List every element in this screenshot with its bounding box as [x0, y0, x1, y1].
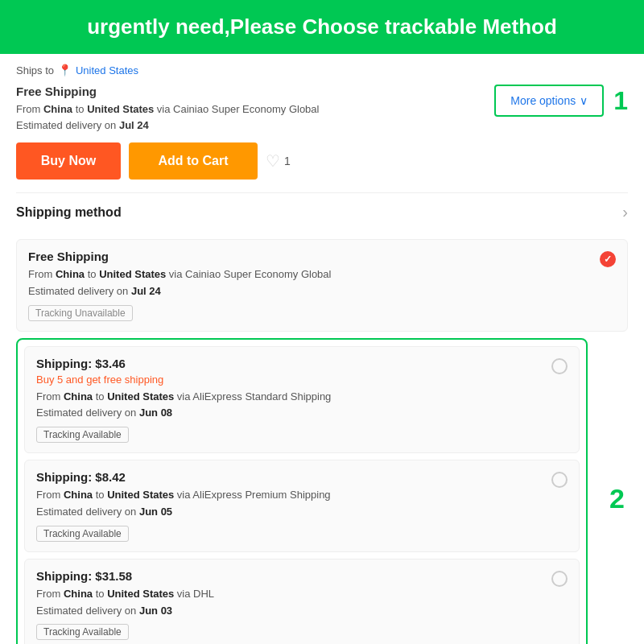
action-buttons-row: Buy Now Add to Cart ♡ 1 — [16, 142, 628, 180]
premium-option-content: Shipping: $8.42 From China to United Sta… — [36, 470, 543, 542]
more-options-button[interactable]: More options ∨ — [494, 85, 604, 117]
standard-option-title: Shipping: $3.46 — [36, 357, 543, 370]
premium-tracking-badge: Tracking Available — [36, 526, 129, 542]
dhl-option-title: Shipping: $31.58 — [36, 569, 543, 583]
ships-to-country[interactable]: United States — [76, 64, 138, 76]
dhl-option-content: Shipping: $31.58 From China to United St… — [36, 569, 543, 641]
standard-promo: Buy 5 and get free shipping — [36, 374, 543, 386]
more-options-label: More options — [510, 94, 576, 107]
wishlist-count: 1 — [284, 155, 291, 167]
free-shipping-delivery: Estimated delivery on Jul 24 — [16, 118, 481, 134]
free-shipping-title: Free Shipping — [16, 85, 481, 98]
heart-icon: ♡ — [266, 151, 280, 171]
standard-tracking-badge: Tracking Available — [36, 427, 129, 443]
free-option-radio[interactable]: ✓ — [600, 251, 616, 267]
step1-number: 1 — [613, 86, 628, 116]
step2-number: 2 — [609, 482, 625, 514]
shipping-option-premium[interactable]: Shipping: $8.42 From China to United Sta… — [24, 460, 580, 552]
free-option-delivery: Estimated delivery on Jul 24 — [28, 283, 592, 300]
shipping-method-row[interactable]: Shipping method › — [16, 192, 628, 231]
free-shipping-detail: From China to United States via Cainiao … — [16, 101, 481, 118]
free-tracking-badge: Tracking Unavailable — [28, 305, 133, 321]
dhl-option-delivery: Estimated delivery on Jun 03 — [36, 603, 543, 620]
shipping-option-free[interactable]: Free Shipping From China to United State… — [16, 239, 628, 332]
premium-option-title: Shipping: $8.42 — [36, 470, 543, 484]
free-shipping-info: Free Shipping From China to United State… — [16, 85, 481, 133]
standard-option-detail: From China to United States via AliExpre… — [36, 389, 543, 406]
shipping-method-title: Shipping method — [16, 205, 122, 220]
header-banner: urgently need,Please Choose trackable Me… — [0, 0, 644, 54]
free-option-title: Free Shipping — [28, 250, 592, 263]
ships-to-label: Ships to — [16, 64, 54, 76]
chevron-right-icon: › — [622, 203, 628, 221]
premium-option-delivery: Estimated delivery on Jun 05 — [36, 504, 543, 521]
wishlist-button[interactable]: ♡ 1 — [266, 151, 291, 171]
dhl-option-detail: From China to United States via DHL — [36, 586, 543, 603]
premium-option-detail: From China to United States via AliExpre… — [36, 487, 543, 504]
location-pin-icon: 📍 — [58, 64, 72, 76]
more-options-chevron: ∨ — [580, 94, 588, 107]
premium-option-radio[interactable] — [551, 472, 568, 488]
trackable-options-section: Shipping: $3.46 Buy 5 and get free shipp… — [16, 338, 588, 644]
dhl-option-radio[interactable] — [551, 571, 568, 587]
standard-option-radio[interactable] — [551, 358, 568, 374]
add-to-cart-button[interactable]: Add to Cart — [129, 142, 258, 180]
ships-to-row: Ships to 📍 United States — [16, 64, 628, 76]
dhl-tracking-badge: Tracking Available — [36, 624, 129, 640]
standard-option-content: Shipping: $3.46 Buy 5 and get free shipp… — [36, 357, 543, 444]
buy-now-button[interactable]: Buy Now — [16, 142, 121, 180]
standard-option-delivery: Estimated delivery on Jun 08 — [36, 405, 543, 422]
free-option-detail: From China to United States via Cainiao … — [28, 266, 592, 283]
free-option-content: Free Shipping From China to United State… — [28, 250, 592, 321]
shipping-option-dhl[interactable]: Shipping: $31.58 From China to United St… — [24, 559, 580, 644]
radio-check-icon: ✓ — [604, 254, 612, 265]
shipping-option-standard[interactable]: Shipping: $3.46 Buy 5 and get free shipp… — [24, 346, 580, 454]
banner-text: urgently need,Please Choose trackable Me… — [87, 14, 557, 39]
